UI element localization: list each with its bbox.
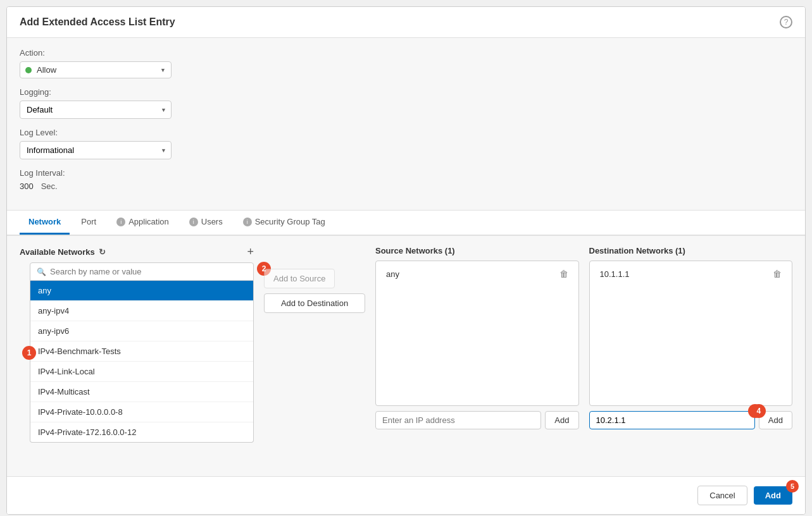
form-section: Action: Allow ▼ Logging: Default Log Lev… (7, 38, 805, 211)
tab-users[interactable]: i Users (180, 211, 232, 235)
logging-select[interactable]: Default (20, 101, 172, 119)
tab-users-label: Users (201, 217, 223, 226)
destination-networks-box: 10.1.1.1 🗑 (589, 261, 793, 406)
list-item[interactable]: IPv4-Private-172.16.0.0-12 (30, 422, 253, 442)
info-icon-users: i (189, 218, 198, 226)
dialog-title: Add Extended Access List Entry (20, 16, 175, 28)
list-item[interactable]: IPv4-Private-10.0.0.0-8 (30, 402, 253, 422)
tab-network-label: Network (28, 217, 61, 226)
destination-ip-input[interactable] (589, 411, 755, 429)
delete-source-icon[interactable]: 🗑 (559, 269, 568, 279)
delete-destination-icon[interactable]: 🗑 (773, 269, 782, 279)
source-network-value: any (386, 269, 399, 279)
destination-network-value: 10.1.1.1 (600, 269, 630, 279)
search-box: 🔍 (30, 262, 254, 281)
tabs-section: Network Port i Application i Users i Sec… (7, 211, 805, 236)
destination-network-item: 10.1.1.1 🗑 (596, 266, 786, 281)
main-content: Available Networks ↻ + 1 🔍 any an (7, 236, 805, 476)
info-icon-application: i (116, 218, 125, 226)
tab-port-label: Port (81, 217, 96, 226)
loginterval-label: Log Interval: (20, 168, 792, 178)
source-ip-input[interactable] (375, 411, 541, 429)
available-networks-panel: Available Networks ↻ + 1 🔍 any an (20, 246, 254, 443)
action-value: Allow (37, 65, 160, 75)
destination-networks-title: Destination Networks (1) (589, 246, 793, 255)
action-dot (25, 67, 32, 73)
chevron-down-icon: ▼ (160, 67, 166, 73)
list-item[interactable]: any-ipv4 (30, 301, 253, 321)
available-networks-title: Available Networks ↻ (20, 247, 106, 257)
source-networks-box: any 🗑 (375, 261, 579, 406)
networks-layout: Available Networks ↻ + 1 🔍 any an (20, 246, 792, 443)
action-select[interactable]: Allow ▼ (20, 61, 172, 78)
source-networks-title: Source Networks (1) (375, 246, 579, 255)
loglevel-label: Log Level: (20, 128, 792, 137)
dest-input-wrapper: 3 (589, 411, 755, 429)
help-icon[interactable]: ? (780, 16, 792, 28)
tab-application-label: Application (128, 217, 169, 226)
list-item[interactable]: IPv4-Benchmark-Tests (30, 341, 253, 362)
action-group: Action: Allow ▼ (20, 48, 792, 78)
source-add-ip-button[interactable]: Add (545, 411, 578, 429)
step-4-badge: 4 (752, 404, 766, 418)
source-ip-input-row: Add (375, 411, 579, 429)
step-1-badge: 1 (22, 346, 36, 360)
list-item[interactable]: IPv4-Multicast (30, 382, 253, 402)
tab-security-group-tag[interactable]: i Security Group Tag (234, 211, 334, 235)
logging-group: Logging: Default (20, 87, 792, 119)
search-icon: 🔍 (37, 267, 46, 276)
source-networks-panel: Source Networks (1) any 🗑 Add (375, 246, 579, 429)
add-to-source-button[interactable]: Add to Source (264, 269, 335, 288)
loginterval-group: Log Interval: 300 Sec. (20, 168, 792, 191)
info-icon-sgt: i (243, 218, 252, 226)
middle-buttons: 2 Add to Source Add to Destination (264, 246, 365, 313)
dest-add-wrapper: 4 Add (759, 411, 792, 429)
tab-application[interactable]: i Application (108, 211, 178, 235)
dialog: Add Extended Access List Entry ? Action:… (6, 6, 806, 515)
search-and-list: 1 🔍 any any-ipv4 any-ipv6 IPv4-Benchmark… (30, 262, 254, 443)
list-item[interactable]: any-ipv6 (30, 321, 253, 341)
search-input[interactable] (50, 267, 247, 276)
list-item[interactable]: any (30, 281, 253, 301)
step-5-badge: 5 (786, 480, 799, 493)
source-dest-panels: Source Networks (1) any 🗑 Add Destinat (375, 246, 792, 429)
action-label: Action: (20, 48, 792, 58)
tab-network[interactable]: Network (20, 211, 70, 235)
available-networks-header: Available Networks ↻ + (20, 246, 254, 257)
network-list: any any-ipv4 any-ipv6 IPv4-Benchmark-Tes… (30, 281, 254, 443)
tab-port[interactable]: Port (72, 211, 105, 235)
add-to-source-wrapper: 2 Add to Source (264, 269, 365, 288)
add-button-wrapper: Add 5 (754, 486, 792, 505)
logging-select-wrapper: Default (20, 101, 172, 119)
loglevel-select-wrapper: Informational (20, 141, 172, 159)
add-to-destination-button[interactable]: Add to Destination (264, 293, 365, 313)
add-network-icon[interactable]: + (247, 246, 254, 257)
loginterval-unit: Sec. (41, 181, 58, 191)
loglevel-group: Log Level: Informational (20, 128, 792, 159)
list-item[interactable]: IPv4-Link-Local (30, 362, 253, 382)
source-network-item: any 🗑 (382, 266, 572, 281)
logging-label: Logging: (20, 87, 792, 97)
refresh-icon[interactable]: ↻ (99, 247, 106, 257)
dialog-header: Add Extended Access List Entry ? (7, 7, 805, 38)
destination-ip-input-row: 3 4 Add (589, 411, 793, 429)
dialog-footer: Cancel Add 5 (7, 476, 805, 514)
destination-networks-panel: Destination Networks (1) 10.1.1.1 🗑 3 (589, 246, 793, 429)
loglevel-select[interactable]: Informational (20, 141, 172, 159)
tab-sgt-label: Security Group Tag (255, 217, 325, 226)
cancel-button[interactable]: Cancel (697, 486, 747, 505)
loginterval-row: 300 Sec. (20, 181, 792, 191)
loginterval-value: 300 (20, 181, 34, 191)
